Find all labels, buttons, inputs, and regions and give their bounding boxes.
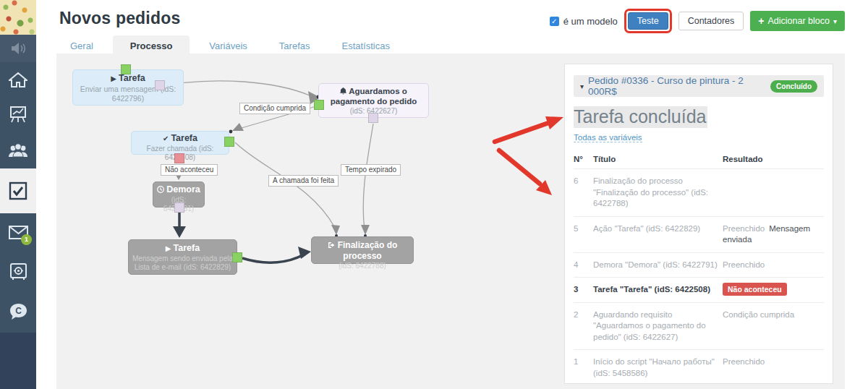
tab-processo[interactable]: Processo	[113, 35, 190, 58]
node-process-end[interactable]: Finalização do processo (idS: 6422788)	[311, 236, 414, 264]
sidebar-item-tasks[interactable]	[0, 168, 36, 213]
mail-unread-badge: 1	[21, 234, 32, 245]
port-red-call-task-bottom[interactable]	[174, 153, 184, 163]
edge-label-did-not-happen: Não aconteceu	[161, 164, 218, 176]
col-title: Título	[593, 152, 723, 169]
page-title: Novos pedidos	[59, 9, 180, 28]
node-task-call[interactable]: ✔Tarefa Fazer chamada (idS: 6422508)	[131, 131, 229, 155]
port-green-call-task-right[interactable]	[224, 137, 234, 147]
log-row-1[interactable]: 1 Início do script "Начало работы" (idS:…	[574, 350, 824, 386]
home-icon	[9, 72, 27, 88]
col-num: N°	[574, 152, 593, 169]
tab-variaveis[interactable]: Variáveis	[197, 35, 260, 58]
is-model-label: é um modelo	[563, 16, 618, 27]
node-task-mail-list[interactable]: ▶Tarefa Mensagem sendo enviada pela List…	[128, 239, 237, 275]
chart-board-icon	[9, 106, 27, 124]
add-block-button[interactable]: + Adicionar bloco ▾	[750, 11, 845, 31]
sidebar-item-home[interactable]	[0, 62, 36, 97]
safe-icon	[9, 262, 27, 281]
sidebar-item-mail[interactable]: 1	[0, 213, 36, 252]
node-task-send-message[interactable]: ▶Tarefa Enviar uma mensagem (idS: 642279…	[72, 69, 184, 106]
plus-icon: +	[758, 15, 764, 27]
page: 1 C Novos pedidos Geral Processo Variáve…	[0, 0, 868, 389]
sidebar-item-dashboard[interactable]	[0, 97, 36, 132]
edge-label-condition-met: Condição cumprida	[239, 103, 310, 114]
port-green-mail-list-right[interactable]	[232, 252, 242, 262]
tab-bar: Geral Processo Variáveis Tarefas Estatís…	[58, 35, 409, 58]
port-gray-delay-bottom[interactable]	[174, 202, 184, 213]
status-heading: Tarefa concluída	[574, 106, 824, 127]
sidebar-footer	[0, 333, 36, 389]
is-model-checkbox[interactable]: ✓ é um modelo	[550, 16, 618, 27]
chat-icon: C	[9, 303, 28, 322]
sidebar-item-contacts[interactable]	[0, 132, 36, 168]
test-button[interactable]: Teste	[628, 12, 668, 30]
tab-estatisticas[interactable]: Estatísticas	[330, 35, 402, 58]
sidebar-item-chats[interactable]: C	[0, 291, 36, 333]
log-row-3[interactable]: 3 Tarefa "Tarefa" (idS: 6422508) Não aco…	[574, 278, 824, 303]
add-block-label: Adicionar bloco	[768, 16, 830, 26]
toolbar: ✓ é um modelo Teste Contadores + Adicion…	[550, 0, 845, 42]
bell-icon	[340, 87, 346, 95]
svg-text:C: C	[15, 306, 22, 316]
tab-tarefas[interactable]: Tarefas	[267, 35, 323, 58]
sidebar-item-announcements[interactable]	[0, 35, 36, 62]
log-row-4[interactable]: 4 Demora "Demora" (idS: 6422791) Preench…	[574, 252, 824, 278]
people-icon	[8, 142, 28, 158]
log-row-2[interactable]: 2 Aguardando requisito "Aguardamos o pag…	[574, 302, 824, 350]
order-title: Pedido #0336 - Curso de pintura - 2 000R…	[588, 75, 770, 97]
status-badge-nao-aconteceu: Não aconteceu	[723, 283, 787, 296]
all-variables-link[interactable]: Todas as variáveis	[574, 133, 642, 142]
account-logo[interactable]	[0, 0, 36, 35]
checkbox-checked-icon[interactable]: ✓	[550, 17, 559, 26]
exit-icon	[328, 241, 336, 249]
play-icon: ▶	[111, 74, 116, 82]
caret-down-icon: ▾	[833, 17, 837, 25]
counters-button[interactable]: Contadores	[678, 12, 744, 30]
test-button-highlight-annotation: Teste	[624, 9, 672, 33]
sidebar-item-vault[interactable]	[0, 252, 36, 291]
port-gray-send-message-out[interactable]	[155, 80, 165, 90]
port-green-wait-payment-left[interactable]	[314, 100, 324, 110]
log-row-6[interactable]: 6 Finalização do processo "Finalização d…	[574, 169, 824, 217]
sidebar: 1 C	[0, 0, 36, 389]
execution-log-table: N° Título Resultado 6 Finalização do pro…	[574, 152, 824, 385]
port-gray-wait-payment-bottom[interactable]	[368, 113, 378, 123]
log-row-5[interactable]: 5 Ação "Tarefa" (idS: 6422829) Preenchid…	[574, 216, 824, 252]
tab-geral[interactable]: Geral	[58, 35, 106, 58]
caret-down-icon: ▾	[580, 82, 584, 90]
checkbox-icon	[9, 181, 27, 200]
check-icon: ✔	[163, 134, 169, 142]
clock-icon	[157, 186, 164, 193]
edge-label-time-expired: Tempo expirado	[341, 164, 401, 176]
test-run-panel: ▾ Pedido #0336 - Curso de pintura - 2 00…	[564, 64, 833, 384]
port-green-send-message-top[interactable]	[121, 64, 131, 74]
status-badge-concluido: Concluído	[770, 80, 817, 93]
speaker-icon	[10, 42, 26, 55]
play-icon: ▶	[166, 244, 171, 252]
col-result: Resultado	[723, 152, 824, 169]
order-header[interactable]: ▾ Pedido #0336 - Curso de pintura - 2 00…	[574, 75, 824, 97]
table-header-row: N° Título Resultado	[574, 152, 824, 169]
edge-label-call-made: A chamada foi feita	[268, 175, 339, 187]
